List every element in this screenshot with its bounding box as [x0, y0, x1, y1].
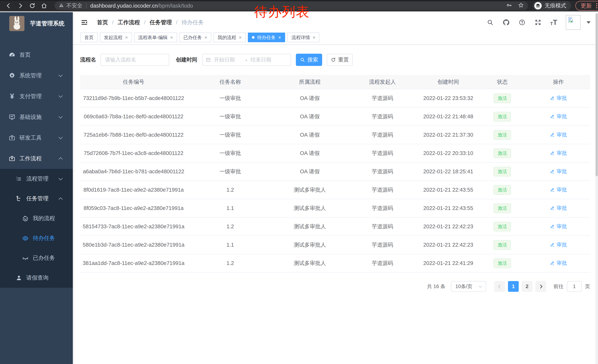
avatar[interactable] — [566, 15, 581, 30]
tab-label: 我的流程 — [218, 34, 236, 40]
forward-icon[interactable] — [15, 1, 26, 11]
sidebar-item-done-tasks[interactable]: 已办任务 — [0, 248, 73, 268]
sidebar-item-system-management[interactable]: 系统管理 — [0, 65, 73, 86]
date-range-picker[interactable]: - — [202, 54, 291, 66]
tab-start-process[interactable]: 发起流程× — [100, 32, 132, 42]
task-name-cell: 1.2 — [187, 260, 273, 266]
action-cell: 审批 — [527, 241, 590, 249]
create-time-cell: 2022-01-22 20:33:10 — [419, 150, 478, 156]
search-icon[interactable] — [486, 19, 494, 26]
sidebar-item-my-process[interactable]: 我的流程 — [0, 209, 73, 228]
sidebar-item-home[interactable]: 首页 — [0, 44, 73, 65]
column-header: 任务名称 — [187, 78, 273, 86]
page-size-select[interactable]: 10条/页 — [451, 281, 486, 292]
breadcrumb-item[interactable]: 首页 — [97, 19, 108, 26]
table-body: 73211d9d-7b9b-11ec-b5b7-acde48001122一级审批… — [80, 89, 590, 273]
monitor-icon — [8, 113, 16, 121]
avatar-caret-icon[interactable] — [587, 21, 590, 24]
tab-process-detail[interactable]: 流程详情× — [287, 32, 319, 42]
search-button[interactable]: 搜索 — [296, 54, 322, 66]
approve-link[interactable]: 审批 — [550, 131, 567, 138]
tab-process-form-edit[interactable]: 流程表单-编辑× — [134, 32, 177, 42]
tab-my-process[interactable]: 我的流程× — [214, 32, 246, 42]
url-path: /bpm/task/todo — [158, 3, 193, 9]
approve-link[interactable]: 审批 — [550, 150, 567, 157]
page-button-1[interactable]: 1 — [508, 281, 519, 292]
prev-page-button[interactable] — [494, 281, 505, 292]
page-button-2[interactable]: 2 — [522, 281, 532, 292]
create-time-cell: 2022-01-22 18:25:41 — [419, 169, 478, 175]
breadcrumb-item[interactable]: 任务管理 — [150, 19, 172, 26]
breadcrumb-item[interactable]: 工作流程 — [118, 19, 140, 26]
sidebar-item-todo-tasks[interactable]: 待办任务 — [0, 228, 73, 248]
tab-label: 流程表单-编辑 — [138, 34, 167, 40]
column-header: 状态 — [478, 78, 527, 86]
update-label[interactable]: 更新 — [581, 2, 592, 10]
screen: 不安全 dashboard.yudao.iocoder.cn /bpm/task… — [0, 0, 598, 364]
tab-label: 流程详情 — [291, 34, 310, 40]
approve-link[interactable]: 审批 — [550, 113, 567, 120]
sidebar-item-label: 首页 — [19, 51, 31, 59]
process-cell: 测试多审批人 — [273, 259, 346, 267]
approve-link[interactable]: 审批 — [550, 241, 567, 248]
fullscreen-icon[interactable] — [534, 19, 542, 26]
close-icon[interactable]: × — [205, 35, 207, 40]
task-name-cell: 1.2 — [187, 224, 273, 230]
yen-icon: ¥ — [8, 93, 16, 100]
home-icon[interactable] — [38, 1, 50, 11]
back-icon[interactable] — [3, 1, 15, 11]
create-time-cell: 2022-01-21 22:41:29 — [419, 260, 478, 266]
update-button[interactable]: 更新 — [575, 1, 598, 11]
sidebar-item-leave-query[interactable]: 请假查询 — [0, 268, 73, 288]
status-cell: 激活 — [478, 112, 527, 121]
status-badge: 激活 — [493, 167, 511, 177]
next-page-button[interactable] — [535, 281, 546, 292]
close-icon[interactable]: × — [278, 35, 281, 40]
sidebar-item-process-management[interactable]: 流程管理 — [0, 169, 73, 189]
security-label[interactable]: 不安全 — [66, 2, 83, 9]
sidebar-item-payment-management[interactable]: ¥支付管理 — [0, 86, 73, 107]
action-cell: 审批 — [527, 259, 590, 267]
approve-link[interactable]: 审批 — [550, 259, 567, 267]
sidebar-item-infrastructure[interactable]: 基础设施 — [0, 107, 73, 127]
approve-link[interactable]: 审批 — [550, 186, 567, 193]
approve-link[interactable]: 审批 — [550, 95, 567, 102]
tab-done-tasks[interactable]: 已办任务× — [179, 32, 211, 42]
action-cell: 审批 — [527, 205, 590, 212]
table-row: 580e1b3d-7ac8-11ec-a9e2-a2380e71991a1.1测… — [80, 236, 590, 254]
close-icon[interactable]: × — [313, 35, 315, 40]
end-date-input[interactable] — [248, 57, 282, 63]
star-icon[interactable] — [518, 2, 524, 9]
breadcrumb-separator: / — [176, 19, 177, 25]
tab-label: 首页 — [84, 34, 93, 40]
tab-home[interactable]: 首页 — [80, 32, 98, 42]
approve-link[interactable]: 审批 — [550, 205, 567, 212]
scrollbar-thumb[interactable] — [596, 13, 598, 176]
tab-todo-tasks[interactable]: 待办任务× — [248, 32, 285, 42]
key-icon[interactable] — [506, 2, 512, 9]
close-icon[interactable]: × — [125, 35, 128, 40]
approve-link[interactable]: 审批 — [550, 223, 567, 230]
close-icon[interactable]: × — [170, 35, 173, 40]
reset-button[interactable]: 重置 — [327, 54, 353, 66]
status-cell: 激活 — [478, 185, 527, 195]
sidebar-item-dev-tools[interactable]: 研发工具 — [0, 127, 73, 148]
approve-link[interactable]: 审批 — [550, 168, 567, 175]
scrollbar[interactable] — [595, 12, 598, 364]
help-icon[interactable] — [518, 19, 526, 26]
font-size-icon[interactable]: TT — [550, 19, 557, 26]
app-logo[interactable]: 芋道管理系统 — [0, 12, 73, 35]
process-cell: 测试多审批人 — [273, 223, 346, 230]
collapse-sidebar-icon[interactable] — [80, 19, 88, 26]
process-name-input[interactable] — [100, 54, 169, 66]
browser-menu-icon[interactable] — [595, 3, 598, 8]
sidebar-item-workflow[interactable]: 工作流程 — [0, 148, 73, 169]
goto-page-input[interactable] — [567, 281, 582, 292]
reload-icon[interactable] — [26, 1, 38, 11]
task-id-cell: 069c6a63-7b8a-11ec-8ef0-acde48001122 — [80, 113, 187, 120]
sidebar-item-task-management[interactable]: 任务管理 — [0, 189, 73, 209]
github-icon[interactable] — [502, 19, 510, 26]
search-button-icon — [300, 57, 305, 62]
start-date-input[interactable] — [211, 57, 245, 63]
close-icon[interactable]: × — [239, 35, 241, 40]
